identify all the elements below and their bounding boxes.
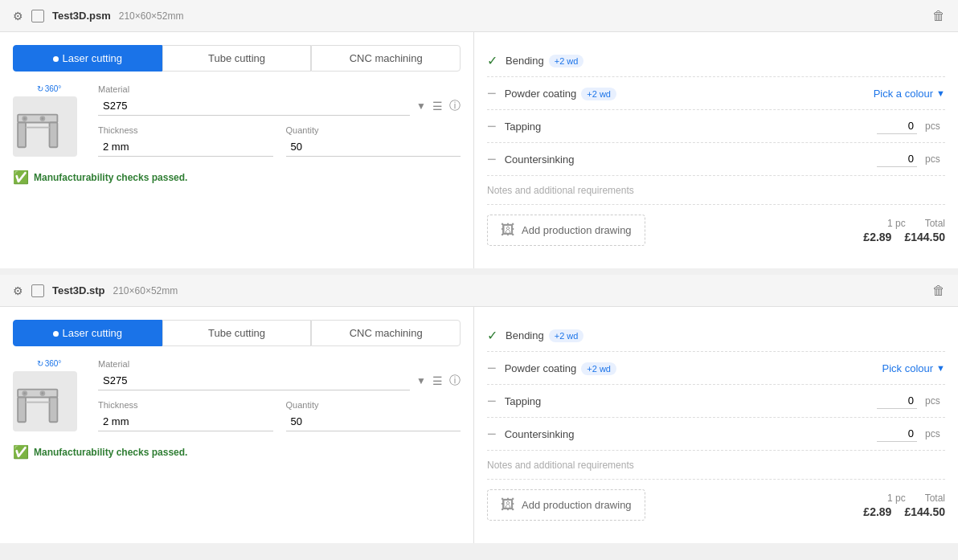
part-dimensions: 210×60×52mm xyxy=(113,285,178,296)
part-header-settings-icon[interactable]: ⚙ xyxy=(13,10,23,22)
option-check-icon: ✓ xyxy=(487,53,497,68)
part-container: ⚙ Test3D.stp 210×60×52mm 🗑 Laser cutting… xyxy=(0,275,958,543)
part-details-row: ↻ 360° Material xyxy=(13,359,461,431)
check-message: ✅ Manufacturability checks passed. xyxy=(13,170,461,185)
option-unit: pcs xyxy=(925,428,945,439)
add-drawing-btn[interactable]: 🖼 Add production drawing xyxy=(487,215,645,246)
rotate-label[interactable]: ↻ 360° xyxy=(13,359,85,368)
check-text: Manufacturability checks passed. xyxy=(34,172,187,183)
option-name: Bending+2 wd xyxy=(506,329,945,341)
pc-label: 1 pc xyxy=(887,218,906,229)
tab-tube-cutting[interactable]: Tube cutting xyxy=(162,320,312,346)
notes-area: Notes and additional requirements xyxy=(487,176,945,205)
add-drawing-btn[interactable]: 🖼 Add production drawing xyxy=(487,489,645,521)
option-row: ✓ Bending+2 wd xyxy=(487,45,945,77)
drawing-pricing-row: 🖼 Add production drawing 1 pc Total £2.8… xyxy=(487,480,945,530)
quantity-input[interactable] xyxy=(286,137,461,157)
option-badge: +2 wd xyxy=(581,88,616,100)
tab-cnc-machining[interactable]: CNC machining xyxy=(311,320,461,346)
svg-rect-2 xyxy=(50,122,58,147)
part-body: Laser cutting Tube cutting CNC machining… xyxy=(0,307,958,543)
option-name: Powder coating+2 wd xyxy=(505,88,866,100)
tab-laser-cutting[interactable]: Laser cutting xyxy=(13,45,162,72)
material-info-icon[interactable]: ⓘ xyxy=(449,374,461,388)
material-dropdown-icon[interactable]: ▼ xyxy=(416,100,426,112)
material-list-icon[interactable]: ☰ xyxy=(432,374,443,387)
thickness-input[interactable] xyxy=(98,412,273,431)
option-minus-icon[interactable]: − xyxy=(487,393,497,409)
option-row: − Countersinking pcs xyxy=(487,143,945,176)
option-qty-input[interactable] xyxy=(877,151,917,167)
quantity-field-group: Quantity xyxy=(286,125,461,157)
material-label: Material xyxy=(98,84,461,94)
option-badge: +2 wd xyxy=(549,329,584,342)
rotate-text: 360° xyxy=(45,84,62,93)
total-label: Total xyxy=(925,493,945,504)
material-dropdown-icon[interactable]: ▼ xyxy=(416,375,426,386)
rotate-label[interactable]: ↻ 360° xyxy=(13,84,85,93)
notes-area: Notes and additional requirements xyxy=(487,451,945,480)
notes-placeholder: Notes and additional requirements xyxy=(487,460,634,471)
material-info-icon[interactable]: ⓘ xyxy=(449,99,461,113)
option-minus-icon[interactable]: − xyxy=(487,85,497,101)
svg-rect-8 xyxy=(50,397,58,422)
option-unit: pcs xyxy=(925,121,945,132)
part-header-settings-icon[interactable]: ⚙ xyxy=(13,284,23,297)
tab-dot xyxy=(53,56,59,62)
drawing-btn-label: Add production drawing xyxy=(522,224,632,236)
option-row: − Powder coating+2 wd Pick a colour ▼ xyxy=(487,77,945,110)
option-row: − Countersinking pcs xyxy=(487,418,945,451)
quantity-input[interactable] xyxy=(286,412,461,431)
quantity-field-group: Quantity xyxy=(286,400,461,431)
total-value: £144.50 xyxy=(904,505,945,518)
material-select[interactable]: S275 xyxy=(98,371,410,390)
svg-point-10 xyxy=(23,391,27,395)
thickness-label: Thickness xyxy=(98,400,273,410)
part-image xyxy=(13,96,77,157)
drawing-pricing-row: 🖼 Add production drawing 1 pc Total £2.8… xyxy=(487,205,945,255)
material-field-group: Material S275 ▼ ☰ ⓘ xyxy=(98,84,461,116)
part-left: Laser cutting Tube cutting CNC machining… xyxy=(0,307,474,543)
option-minus-icon[interactable]: − xyxy=(487,118,497,134)
notes-placeholder: Notes and additional requirements xyxy=(487,185,634,196)
svg-point-4 xyxy=(23,116,27,121)
option-unit: pcs xyxy=(925,153,945,165)
option-minus-icon[interactable]: − xyxy=(487,151,497,167)
option-qty-input[interactable] xyxy=(877,393,917,409)
material-select[interactable]: S275 xyxy=(98,96,410,116)
part-fields: Material S275 ▼ ☰ ⓘ xyxy=(98,84,461,157)
quantity-label: Quantity xyxy=(286,125,461,135)
material-list-icon[interactable]: ☰ xyxy=(432,100,443,112)
tabs-row: Laser cutting Tube cutting CNC machining xyxy=(13,45,461,72)
option-name: Powder coating+2 wd xyxy=(505,362,874,374)
pick-colour-btn[interactable]: Pick colour ▼ xyxy=(882,362,945,374)
option-name: Countersinking xyxy=(505,153,869,166)
pick-colour-btn[interactable]: Pick a colour ▼ xyxy=(874,88,945,100)
part-header: ⚙ Test3D.stp 210×60×52mm 🗑 xyxy=(0,275,958,307)
part-left: Laser cutting Tube cutting CNC machining… xyxy=(0,32,474,268)
option-name: Countersinking xyxy=(505,428,869,440)
part-right: ✓ Bending+2 wd − Powder coating+2 wd Pic… xyxy=(474,32,958,268)
tab-dot xyxy=(53,331,59,337)
tab-laser-cutting[interactable]: Laser cutting xyxy=(13,320,162,346)
option-qty-input[interactable] xyxy=(877,118,917,134)
option-row: − Powder coating+2 wd Pick colour ▼ xyxy=(487,352,945,385)
option-qty-input[interactable] xyxy=(877,426,917,442)
part-delete-icon[interactable]: 🗑 xyxy=(932,284,945,298)
drawing-icon: 🖼 xyxy=(501,222,515,239)
part-delete-icon[interactable]: 🗑 xyxy=(932,9,945,23)
option-minus-icon[interactable]: − xyxy=(487,360,497,376)
part-dimensions: 210×60×52mm xyxy=(119,10,184,22)
part-image xyxy=(13,371,77,431)
part-details-row: ↻ 360° Material xyxy=(13,84,461,157)
thickness-input[interactable] xyxy=(98,137,273,157)
drawing-btn-label: Add production drawing xyxy=(522,499,632,511)
part-fields: Material S275 ▼ ☰ ⓘ xyxy=(98,359,461,431)
tab-tube-cutting[interactable]: Tube cutting xyxy=(162,45,312,72)
rotate-icon: ↻ xyxy=(37,84,43,93)
tab-cnc-machining[interactable]: CNC machining xyxy=(311,45,461,72)
option-minus-icon[interactable]: − xyxy=(487,426,497,442)
part-container: ⚙ Test3D.psm 210×60×52mm 🗑 Laser cutting… xyxy=(0,0,958,268)
pricing-area: 1 pc Total £2.89 £144.50 xyxy=(863,493,945,518)
check-circle-icon: ✅ xyxy=(13,170,29,185)
